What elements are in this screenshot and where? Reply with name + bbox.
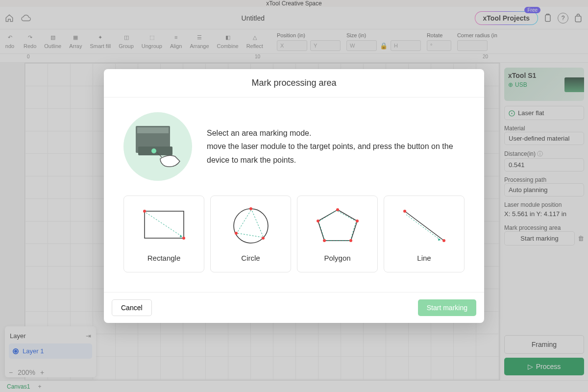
svg-point-22 bbox=[403, 210, 406, 213]
svg-point-17 bbox=[356, 220, 359, 222]
svg-line-10 bbox=[146, 213, 182, 237]
svg-point-14 bbox=[262, 237, 265, 240]
mode-line[interactable]: Line bbox=[384, 196, 465, 272]
svg-point-20 bbox=[317, 220, 319, 222]
svg-point-18 bbox=[349, 239, 352, 242]
instruction-illustration bbox=[123, 112, 192, 181]
svg-line-21 bbox=[405, 211, 444, 241]
svg-point-6 bbox=[151, 148, 156, 153]
svg-line-24 bbox=[406, 215, 441, 240]
modal-title: Mark processing area bbox=[104, 69, 484, 98]
start-marking-modal-button[interactable]: Start marking bbox=[418, 299, 476, 316]
svg-point-23 bbox=[442, 239, 445, 242]
cancel-button[interactable]: Cancel bbox=[112, 299, 152, 316]
mode-rectangle-label: Rectangle bbox=[128, 254, 200, 262]
mark-area-modal: Mark processing area Select an area ma bbox=[104, 69, 484, 323]
svg-point-9 bbox=[182, 237, 185, 240]
svg-point-8 bbox=[143, 210, 146, 213]
mode-line-label: Line bbox=[388, 254, 460, 262]
svg-marker-15 bbox=[318, 210, 357, 241]
mode-polygon[interactable]: Polygon bbox=[297, 196, 378, 272]
svg-point-12 bbox=[249, 207, 252, 210]
modal-overlay: Mark processing area Select an area ma bbox=[0, 0, 588, 392]
svg-point-16 bbox=[336, 208, 339, 211]
mode-polygon-label: Polygon bbox=[301, 254, 373, 262]
svg-point-19 bbox=[323, 239, 326, 242]
mode-rectangle[interactable]: Rectangle bbox=[123, 196, 204, 272]
svg-rect-4 bbox=[137, 127, 169, 133]
instruction-text: Select an area marking mode. move the la… bbox=[207, 126, 465, 167]
svg-point-13 bbox=[235, 232, 238, 235]
mode-circle[interactable]: Circle bbox=[210, 196, 291, 272]
mode-circle-label: Circle bbox=[215, 254, 287, 262]
